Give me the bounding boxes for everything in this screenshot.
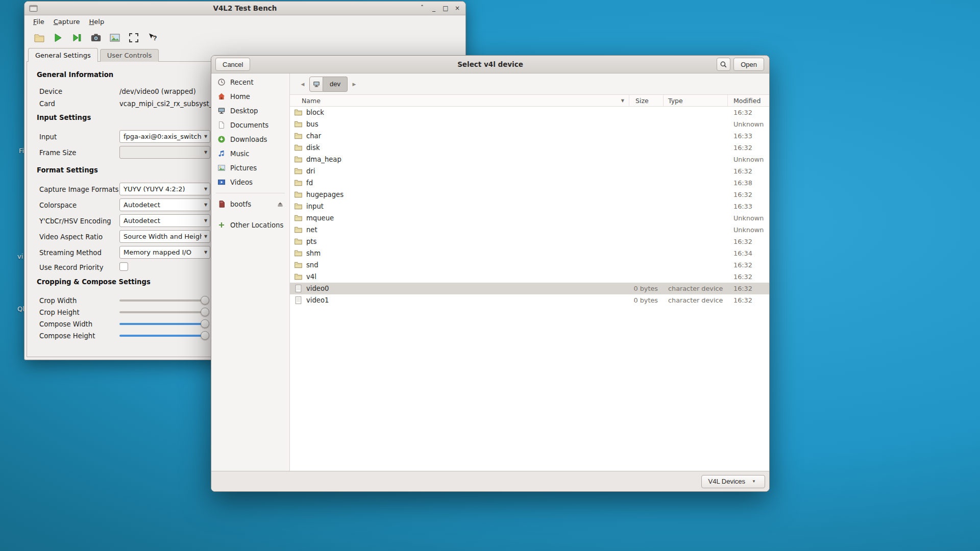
picture-icon: [217, 164, 226, 172]
file-row-net[interactable]: netUnknown: [290, 224, 769, 236]
menu-help[interactable]: Help: [84, 16, 109, 27]
file-row-snd[interactable]: snd16:32: [290, 259, 769, 271]
sidebar-item-downloads[interactable]: Downloads: [211, 132, 289, 146]
file-row-mqueue[interactable]: mqueueUnknown: [290, 212, 769, 224]
eject-icon[interactable]: [276, 200, 284, 208]
file-modified: 16:34: [728, 249, 769, 257]
dialog-header[interactable]: Cancel Select v4l device Open: [211, 56, 769, 73]
sidebar-item-label: Videos: [230, 179, 253, 186]
file-size: 0 bytes: [629, 296, 664, 304]
search-button[interactable]: [717, 58, 730, 71]
sidebar-item-label: Downloads: [230, 136, 267, 143]
file-row-pts[interactable]: pts16:32: [290, 236, 769, 247]
chevron-down-icon: ▼: [750, 479, 758, 484]
step-frame-button[interactable]: [69, 30, 85, 45]
path-scroll-right-icon[interactable]: ▶: [348, 82, 360, 87]
tab-user-controls[interactable]: User Controls: [100, 49, 159, 62]
file-row-video1[interactable]: video10 bytescharacter device16:32: [290, 294, 769, 306]
column-header-type[interactable]: Type: [664, 95, 728, 106]
file-row-hugepages[interactable]: hugepages16:32: [290, 189, 769, 201]
close-button[interactable]: ×: [453, 4, 461, 13]
file-row-disk[interactable]: disk16:32: [290, 142, 769, 154]
column-header-name[interactable]: Name▼: [290, 95, 629, 106]
file-name: mqueue: [306, 214, 334, 222]
desktop-icon-label[interactable]: vi: [17, 253, 23, 260]
folder-icon: [294, 167, 303, 176]
window-titlebar[interactable]: V4L2 Test Bench ˆ_□×: [24, 2, 465, 15]
context-help-button[interactable]: ?: [145, 30, 160, 45]
file-list: block16:32busUnknownchar16:33disk16:32dm…: [290, 107, 769, 471]
sidebar-item-label: Documents: [230, 121, 268, 129]
file-row-input[interactable]: input16:33: [290, 201, 769, 212]
sidebar-item-desktop[interactable]: Desktop: [211, 104, 289, 118]
sidebar-item-documents[interactable]: Documents: [211, 118, 289, 132]
sidebar-item-recent[interactable]: Recent: [211, 75, 289, 89]
file-row-fd[interactable]: fd16:38: [290, 177, 769, 189]
file-row-block[interactable]: block16:32: [290, 107, 769, 118]
sidebar-item-videos[interactable]: Videos: [211, 175, 289, 189]
fullscreen-button[interactable]: [126, 30, 141, 45]
sidebar-item-home[interactable]: Home: [211, 89, 289, 104]
path-scroll-left-icon[interactable]: ◀: [297, 82, 309, 87]
open-device-button[interactable]: [32, 30, 47, 45]
image-frame-icon: [109, 32, 120, 43]
folder-icon: [294, 120, 303, 129]
file-row-bus[interactable]: busUnknown: [290, 118, 769, 130]
snapshot-button[interactable]: [88, 30, 104, 45]
path-segment-dev[interactable]: dev: [323, 77, 348, 92]
file-row-video0[interactable]: video00 bytescharacter device16:32: [290, 283, 769, 294]
maximize-button[interactable]: □: [442, 4, 450, 13]
step-forward-icon: [71, 32, 83, 43]
toolbar: ?: [24, 28, 465, 47]
open-folder-icon: [34, 32, 45, 43]
folder-icon: [294, 108, 303, 117]
dialog-title: Select v4l device: [211, 60, 769, 68]
file-row-shm[interactable]: shm16:34: [290, 247, 769, 259]
menu-capture[interactable]: Capture: [49, 16, 85, 27]
file-type-filter-button[interactable]: V4L Devices ▼: [701, 475, 766, 488]
tab-general-settings[interactable]: General Settings: [28, 48, 98, 62]
column-header-size[interactable]: Size: [629, 95, 664, 106]
fullscreen-icon: [128, 32, 139, 43]
sidebar-item-other-locations[interactable]: Other Locations: [211, 218, 289, 232]
file-row-char[interactable]: char16:33: [290, 130, 769, 142]
desktop-icon-label[interactable]: Ql: [17, 305, 24, 313]
file-modified: 16:38: [728, 179, 769, 187]
folder-icon: [294, 261, 303, 269]
folder-icon: [294, 202, 303, 211]
file-modified: Unknown: [728, 226, 769, 234]
folder-icon: [294, 272, 303, 281]
sidebar-item-label: Desktop: [230, 107, 258, 115]
desktop: Fi vi Ql V4L2 Test Bench ˆ_□× FileCaptur…: [0, 0, 980, 551]
desktop-icon-label[interactable]: Fi: [19, 147, 24, 155]
minimize-button[interactable]: _: [430, 4, 438, 13]
filter-label: V4L Devices: [708, 478, 746, 485]
sidebar-item-pictures[interactable]: Pictures: [211, 161, 289, 175]
file-chooser-dialog: Cancel Select v4l device Open RecentHome…: [211, 55, 770, 492]
file-modified: 16:32: [728, 167, 769, 175]
computer-icon: [312, 80, 321, 88]
file-row-v4l[interactable]: v4l16:32: [290, 271, 769, 283]
sidebar-item-label: Pictures: [230, 164, 257, 172]
folder-icon: [294, 249, 303, 258]
file-row-dma-heap[interactable]: dma_heapUnknown: [290, 154, 769, 165]
sidebar-item-bootfs[interactable]: bootfs: [211, 197, 289, 211]
show-frames-button[interactable]: [107, 30, 122, 45]
file-name: bus: [306, 120, 318, 128]
rollup-button[interactable]: ˆ: [418, 4, 426, 13]
file-name: fd: [306, 179, 313, 187]
menu-file[interactable]: File: [29, 16, 49, 27]
camera-icon: [90, 32, 102, 43]
open-button[interactable]: Open: [733, 58, 764, 71]
search-icon: [720, 61, 727, 68]
file-name: v4l: [306, 273, 316, 281]
column-header-modified[interactable]: Modified: [728, 95, 769, 106]
menu-bar: FileCaptureHelp: [24, 15, 465, 28]
sidebar-item-music[interactable]: Music: [211, 146, 289, 161]
file-row-dri[interactable]: dri16:32: [290, 165, 769, 177]
start-capture-button[interactable]: [51, 30, 66, 45]
video-icon: [217, 178, 226, 186]
cancel-button[interactable]: Cancel: [215, 58, 250, 71]
filesystem-root-button[interactable]: [309, 77, 323, 92]
window-icon: [29, 5, 38, 12]
